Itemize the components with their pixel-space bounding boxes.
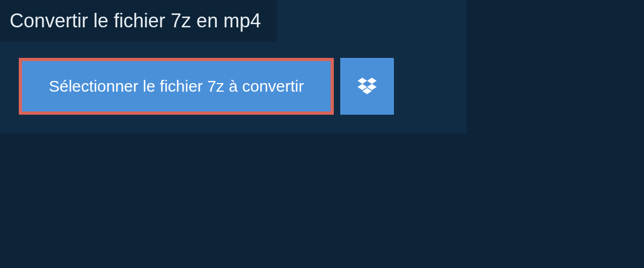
button-row: Sélectionner le fichier 7z à convertir [0,42,467,115]
converter-panel: Convertir le fichier 7z en mp4 Sélection… [0,0,467,133]
page-title: Convertir le fichier 7z en mp4 [10,10,261,32]
select-file-label: Sélectionner le fichier 7z à convertir [49,77,304,95]
dropbox-icon [357,78,377,95]
dropbox-button[interactable] [340,58,394,115]
select-file-button[interactable]: Sélectionner le fichier 7z à convertir [19,58,334,115]
title-tab: Convertir le fichier 7z en mp4 [0,0,277,42]
